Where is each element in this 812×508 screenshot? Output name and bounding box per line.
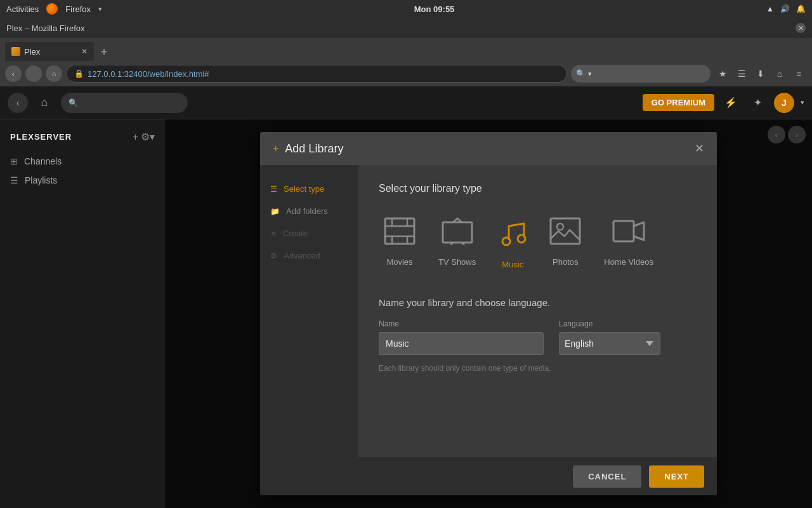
os-bar-right: ▲ 🔊 🔔 <box>766 4 806 13</box>
browser-tab-plex[interactable]: Plex ✕ <box>5 42 94 61</box>
browser-back-button[interactable]: ‹ <box>5 65 22 82</box>
browser-title: Plex – Mozilla Firefox <box>6 23 85 33</box>
library-type-section-title: Select your library type <box>379 183 697 194</box>
form-row: Name Language English French German <box>379 319 697 355</box>
search-icon: 🔍 <box>576 69 586 78</box>
modal-header: + Add Library ✕ <box>260 132 717 165</box>
library-type-homevideos[interactable]: Home Videos <box>599 212 658 274</box>
modal-title: Add Library <box>285 142 343 156</box>
svg-rect-0 <box>385 218 414 244</box>
sidebar-server-actions: + ⚙▾ <box>133 131 155 143</box>
modal-footer: CANCEL NEXT <box>260 457 717 495</box>
step-advanced: ⚙ Advanced <box>260 244 358 267</box>
menu-icon[interactable]: ≡ <box>790 65 807 82</box>
step-advanced-icon: ⚙ <box>270 251 277 260</box>
sidebar-item-playlists-label: Playlists <box>25 175 57 185</box>
modal-title-icon: + <box>273 143 278 154</box>
step-add-folders-icon: 📁 <box>270 207 280 216</box>
svg-point-11 <box>518 235 525 243</box>
svg-point-13 <box>557 224 563 230</box>
photos-type-icon <box>549 217 581 251</box>
activity-icon[interactable]: ⚡ <box>721 93 741 113</box>
language-select[interactable]: English French German Spanish Japanese <box>559 332 660 355</box>
add-library-button[interactable]: + <box>133 131 138 143</box>
toolbar-icons: ★ ☰ ⬇ ⌂ ≡ <box>714 65 807 82</box>
bookmark-star-icon[interactable]: ★ <box>714 65 731 82</box>
svg-rect-7 <box>443 222 472 243</box>
firefox-label[interactable]: Firefox <box>65 4 91 14</box>
tab-favicon-plex <box>11 47 20 56</box>
step-create-icon: ✕ <box>270 229 277 238</box>
content-forward-arrow[interactable]: › <box>788 126 806 144</box>
wifi-icon: ▲ <box>766 4 774 13</box>
sidebar-server: PLEXSERVER + ⚙▾ <box>0 127 165 147</box>
homevideos-type-icon <box>612 217 645 251</box>
plex-search-icon: 🔍 <box>69 98 78 107</box>
os-time: Mon 09:55 <box>414 4 455 14</box>
search-box[interactable]: 🔍 ▾ <box>571 65 710 83</box>
content-back-arrow[interactable]: ‹ <box>768 126 785 144</box>
sidebar-item-channels[interactable]: ⊞ Channels <box>0 152 165 171</box>
step-select-type[interactable]: ☰ Select type <box>260 178 358 200</box>
library-type-music[interactable]: Music <box>494 212 532 274</box>
library-name-input[interactable] <box>379 332 544 355</box>
server-name: PLEXSERVER <box>10 132 72 142</box>
movies-type-icon <box>384 217 416 251</box>
browser-home-button[interactable]: ⌂ <box>46 65 62 82</box>
modal-main-content: Select your library type <box>358 165 717 457</box>
server-settings-button[interactable]: ⚙▾ <box>141 131 155 143</box>
step-add-folders[interactable]: 📁 Add folders <box>260 200 358 222</box>
library-type-movies[interactable]: Movies <box>379 212 421 274</box>
search-dropdown-icon[interactable]: ▾ <box>588 70 592 78</box>
cancel-button[interactable]: CANCEL <box>573 465 641 488</box>
activities-label[interactable]: Activities <box>6 4 39 14</box>
svg-rect-12 <box>551 218 580 244</box>
form-section-title: Name your library and choose language. <box>379 297 697 308</box>
next-button[interactable]: NEXT <box>649 465 704 488</box>
step-add-folders-label: Add folders <box>286 206 328 216</box>
new-tab-button[interactable]: + <box>95 43 113 61</box>
library-types: Movies <box>379 212 697 274</box>
modal-steps-sidebar: ☰ Select type 📁 Add folders ✕ Create <box>260 165 358 457</box>
step-advanced-label: Advanced <box>284 251 320 260</box>
step-select-type-icon: ☰ <box>270 185 277 194</box>
browser-forward-button[interactable]: › <box>25 65 42 82</box>
sidebar-item-playlists[interactable]: ☰ Playlists <box>0 171 165 190</box>
os-bar-left: Activities Firefox ▾ <box>6 3 102 15</box>
language-form-group: Language English French German Spanish J… <box>559 319 660 355</box>
notification-icon: 🔔 <box>796 4 806 13</box>
name-label: Name <box>379 319 544 328</box>
form-hint: Each library should only contain one typ… <box>379 364 697 373</box>
photos-type-label: Photos <box>553 257 578 267</box>
plex-search-input[interactable]: 🔍 <box>61 93 188 113</box>
step-create-label: Create <box>283 229 308 238</box>
add-library-modal: + Add Library ✕ ☰ Select type <box>260 132 717 495</box>
step-create: ✕ Create <box>260 222 358 244</box>
tab-close-plex[interactable]: ✕ <box>81 47 88 56</box>
user-avatar[interactable]: J <box>774 93 794 113</box>
browser-close-button[interactable]: ✕ <box>796 23 806 33</box>
home-icon[interactable]: ⌂ <box>771 65 788 82</box>
plex-home-button[interactable]: ⌂ <box>34 93 55 113</box>
download-icon[interactable]: ⬇ <box>752 65 769 82</box>
library-type-tvshows[interactable]: TV Shows <box>433 212 481 274</box>
avatar-chevron-icon[interactable]: ▾ <box>801 98 804 107</box>
modal-body: ☰ Select type 📁 Add folders ✕ Create <box>260 165 717 457</box>
playlists-icon: ☰ <box>10 175 18 185</box>
reader-icon[interactable]: ☰ <box>733 65 750 82</box>
sidebar-item-channels-label: Channels <box>24 156 62 166</box>
modal-close-button[interactable]: ✕ <box>695 142 704 156</box>
plex-back-button[interactable]: ‹ <box>8 93 28 113</box>
settings-icon[interactable]: ✦ <box>747 93 768 113</box>
address-input[interactable]: 🔒 127.0.0.1:32400/web/index.html# <box>66 65 567 83</box>
svg-rect-14 <box>613 221 634 241</box>
content-nav-arrows: ‹ › <box>768 126 806 144</box>
os-top-bar: Activities Firefox ▾ Mon 09:55 ▲ 🔊 🔔 <box>0 0 812 18</box>
go-premium-button[interactable]: GO PREMIUM <box>643 94 714 111</box>
speaker-icon: 🔊 <box>780 4 790 13</box>
library-type-photos[interactable]: Photos <box>544 212 586 274</box>
plex-sidebar: PLEXSERVER + ⚙▾ ⊞ Channels ☰ Playlists <box>0 119 165 508</box>
firefox-dropdown-icon[interactable]: ▾ <box>98 5 102 13</box>
plex-main: PLEXSERVER + ⚙▾ ⊞ Channels ☰ Playlists ‹… <box>0 119 812 508</box>
firefox-icon <box>46 3 58 15</box>
